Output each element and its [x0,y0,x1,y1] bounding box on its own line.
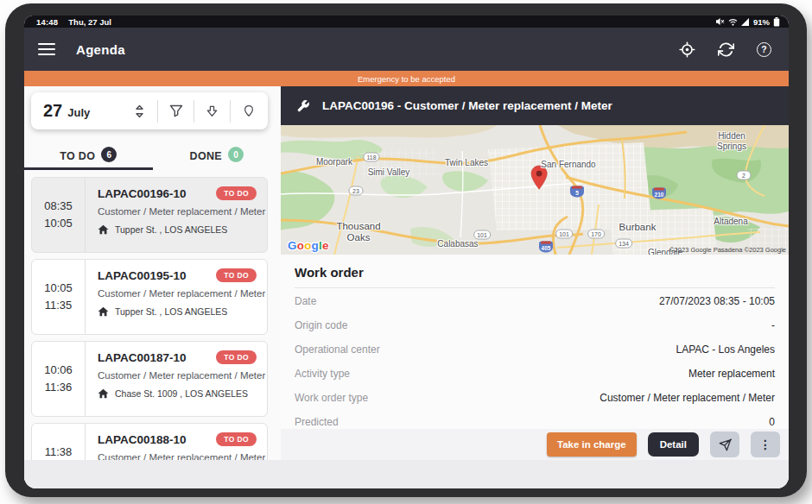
sync-icon[interactable] [718,41,734,58]
map-pin-button[interactable] [231,92,266,129]
item-time-range: 08:3510:05 [32,178,86,252]
tablet-frame: 14:48 Thu, 27 Jul 91% Agend [5,3,807,497]
work-order-code: LAPAC00196-10 [98,187,187,200]
locate-icon[interactable] [679,41,695,58]
work-order-code: LAPAC00188-10 [98,433,187,446]
work-order-title: LAPAC00196 - Customer / Meter replacemen… [322,99,612,112]
app-bar: Agenda ? [24,28,789,71]
home-icon [98,224,109,235]
status-date: Thu, 27 Jul [68,17,111,27]
todo-count-badge: 6 [101,147,117,162]
status-badge: TO DO [216,350,257,364]
battery-percent: 91% [753,17,770,27]
item-time-range: 10:0511:35 [32,260,86,334]
work-order-header: LAPAC00196 - Customer / Meter replacemen… [281,86,789,125]
status-time: 14:48 [36,17,58,27]
detail-row: Origin code - [295,312,775,337]
bottom-strip [24,460,789,488]
work-order-type-text: Customer / Meter replacement / Meter [98,206,257,217]
detail-panel: LAPAC00196 - Customer / Meter replacemen… [281,86,789,488]
agenda-panel: 27 July [24,86,281,488]
work-order-type-text: Customer / Meter replacement / Meter [98,370,257,381]
download-button[interactable] [194,92,230,129]
item-time-range: 10:0611:36 [32,342,86,416]
tab-done[interactable]: DONE 0 [153,129,282,170]
list-item[interactable]: 08:3510:05 LAPAC00196-10 TO DO Customer … [31,177,268,253]
kebab-icon: ⋮ [759,438,771,450]
google-logo: Google [288,239,329,252]
location-pin-icon [243,104,255,117]
done-count-badge: 0 [228,147,244,162]
map[interactable]: Moorpark Simi Valley Twin Lakes San Fern… [281,125,789,255]
status-badge: TO DO [216,432,257,446]
main-content: 27 July [24,86,789,488]
work-order-section: Work order Date 27/07/2023 08:35 - 10:05… [281,255,789,429]
item-time-range: 11:38 [32,424,86,460]
list-item[interactable]: 10:0511:35 LAPAC00195-10 TO DO Customer … [31,259,268,335]
filter-button[interactable] [158,92,193,129]
wifi-icon [728,18,738,26]
sort-icon [133,104,146,118]
list-item[interactable]: 11:38 LAPAC00188-10 TO DO Customer / Met… [31,423,268,460]
address-text: Tupper St. , LOS ANGELES [115,306,227,317]
menu-icon[interactable] [38,43,55,56]
date-selector[interactable]: 27 July [43,101,122,121]
navigate-button[interactable] [710,432,739,457]
work-order-code: LAPAC00187-10 [98,351,187,364]
address-text: Tupper St. , LOS ANGELES [115,224,227,235]
home-icon [98,388,109,399]
send-icon [719,438,732,451]
help-icon[interactable]: ? [757,42,771,57]
sort-button[interactable] [122,92,157,129]
action-bar: Take in charge Detail ⋮ [281,429,789,460]
detail-row: Predicted Materials 0 [295,409,775,429]
detail-row: Activity type Meter replacement [295,361,775,385]
detail-row: Operational center LAPAC - Los Angeles [295,337,775,361]
page-title: Agenda [76,42,125,57]
address-text: Chase St. 1009 , LOS ANGELES [115,388,248,399]
app-screen: 14:48 Thu, 27 Jul 91% Agend [24,16,789,488]
map-attribution: ©2023 Google Pasadena ©2023 Google [669,246,786,254]
signal-icon [741,18,750,26]
home-icon [98,306,109,317]
status-badge: TO DO [216,268,257,282]
work-order-code: LAPAC00195-10 [98,269,187,282]
wrench-icon [296,99,310,113]
agenda-tabs: TO DO 6 DONE 0 [24,129,281,170]
battery-icon [773,17,780,27]
status-bar: 14:48 Thu, 27 Jul 91% [24,16,789,28]
status-badge: TO DO [216,186,257,200]
filter-icon [169,104,183,117]
emergency-banner[interactable]: Emergency to be accepted [24,71,789,86]
download-arrow-icon [206,105,219,117]
more-options-button[interactable]: ⋮ [751,432,780,457]
take-in-charge-button[interactable]: Take in charge [547,432,637,457]
mute-icon [715,17,725,26]
date-toolbar: 27 July [31,92,268,129]
detail-button[interactable]: Detail [648,432,699,457]
emergency-banner-text: Emergency to be accepted [358,74,455,84]
list-item[interactable]: 10:0611:36 LAPAC00187-10 TO DO Customer … [31,341,268,417]
map-terrain [281,125,789,255]
detail-row: Date 27/07/2023 08:35 - 10:05 [295,288,775,312]
work-order-type-text: Customer / Meter replacement / Meter [98,288,257,299]
tab-to-do[interactable]: TO DO 6 [24,129,153,170]
date-day: 27 [43,101,62,121]
section-title: Work order [295,265,775,280]
date-month: July [67,106,90,119]
detail-row: Work order type Customer / Meter replace… [295,385,775,409]
work-order-list[interactable]: 08:3510:05 LAPAC00196-10 TO DO Customer … [24,170,281,460]
work-order-type-text: Customer / Meter replacement / Meter [98,452,257,460]
